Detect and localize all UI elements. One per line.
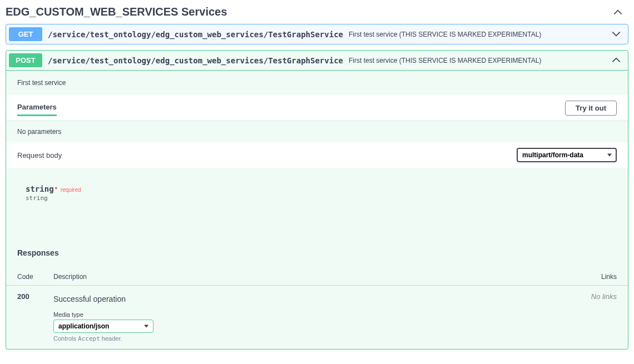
required-star-icon: * xyxy=(55,186,58,193)
col-code: Code xyxy=(17,273,53,281)
operation-post: POST /service/test_ontology/edg_custom_w… xyxy=(6,50,628,350)
no-parameters-text: No parameters xyxy=(6,121,628,142)
responses-label: Responses xyxy=(6,241,628,265)
media-type-label: Media type xyxy=(53,311,583,318)
chevron-up-icon xyxy=(613,9,623,15)
section-title: EDG_CUSTOM_WEB_SERVICES Services xyxy=(6,6,613,18)
response-code: 200 xyxy=(17,292,53,342)
required-label: required xyxy=(61,187,81,193)
operation-description: First test service (THIS SERVICE IS MARK… xyxy=(349,57,611,64)
param-type: string xyxy=(26,195,617,202)
parameters-header: Parameters Try it out xyxy=(6,95,628,121)
chevron-up-icon xyxy=(611,56,621,64)
method-badge-post: POST xyxy=(9,53,42,67)
request-body-content: string* required string xyxy=(6,168,628,241)
response-no-links: No links xyxy=(583,292,617,342)
request-body-header: Request body multipart/form-data xyxy=(6,142,628,168)
request-body-label: Request body xyxy=(17,151,62,159)
responses-table-header: Code Description Links xyxy=(6,273,628,286)
response-description-cell: Successful operation Media type applicat… xyxy=(53,292,583,342)
operation-path: /service/test_ontology/edg_custom_web_se… xyxy=(48,30,343,39)
chevron-down-icon xyxy=(611,30,621,38)
method-badge-get: GET xyxy=(9,27,42,41)
controls-accept-text: Controls Accept header. xyxy=(53,335,583,342)
col-links: Links xyxy=(583,273,617,281)
media-type-select[interactable]: application/json xyxy=(53,320,153,333)
response-row: 200 Successful operation Media type appl… xyxy=(6,286,628,349)
operation-description: First test service (THIS SERVICE IS MARK… xyxy=(349,31,611,38)
col-description: Description xyxy=(53,273,583,281)
operation-get: GET /service/test_ontology/edg_custom_we… xyxy=(6,24,628,44)
tab-parameters[interactable]: Parameters xyxy=(17,99,57,116)
try-it-out-button[interactable]: Try it out xyxy=(565,101,617,116)
section-header[interactable]: EDG_CUSTOM_WEB_SERVICES Services xyxy=(0,0,634,24)
operation-body-description: First test service xyxy=(6,71,628,95)
param-name: string xyxy=(26,185,54,193)
content-type-select[interactable]: multipart/form-data xyxy=(517,148,617,162)
operation-path: /service/test_ontology/edg_custom_web_se… xyxy=(48,56,343,65)
response-description: Successful operation xyxy=(53,295,583,303)
operation-post-header[interactable]: POST /service/test_ontology/edg_custom_w… xyxy=(6,51,628,70)
operation-body: First test service Parameters Try it out… xyxy=(6,70,628,349)
operation-get-header[interactable]: GET /service/test_ontology/edg_custom_we… xyxy=(6,24,628,44)
